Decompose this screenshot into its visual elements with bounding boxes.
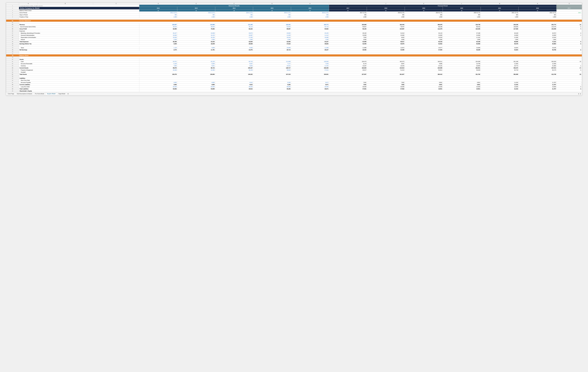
rownum-66: 66 bbox=[6, 30, 19, 32]
days-2019: 365 bbox=[405, 14, 443, 16]
ppe-2022: 65,175 bbox=[519, 69, 556, 71]
tl-2017: 37,061 bbox=[329, 88, 367, 90]
tab-acquirer-model[interactable]: Acquirer Model bbox=[46, 93, 57, 95]
row-61: 61 Income Statement bbox=[6, 20, 582, 22]
bsc-2014: ok bbox=[215, 10, 253, 11]
ebt-2021: 59,478 bbox=[481, 43, 519, 45]
map-2022: 42,972 bbox=[519, 32, 556, 34]
bsc-2022: ok bbox=[519, 10, 556, 11]
col-f-header: F bbox=[215, 3, 253, 5]
te-2019: 60,318 bbox=[405, 41, 443, 43]
taxes-2018: 12,872 bbox=[367, 47, 405, 49]
historical-header: Historical Results bbox=[139, 5, 329, 7]
inv-2014: 9,825 bbox=[215, 65, 253, 67]
tab-pro-forma[interactable]: Pro Forma Model bbox=[34, 93, 45, 95]
row-94: 94 Total Liabilities 53,902 54,800 34,91… bbox=[6, 88, 582, 90]
row-71: 71 Total Expenses 59,390 53,433 52,664 5… bbox=[6, 41, 582, 43]
year-2013: 2013 bbox=[177, 7, 215, 10]
tab-deal-assumptions[interactable]: Deal Assumptions & Analysis bbox=[16, 93, 33, 95]
ne-2020: 40,290 bbox=[443, 49, 481, 51]
bsc-partial bbox=[556, 10, 582, 11]
taxes-2022: 18,195 bbox=[519, 47, 556, 49]
spreadsheet: A B C D E F G H I J K L M N O bbox=[6, 2, 582, 96]
tab-scroll-arrows: ◀ ▶ bbox=[578, 93, 581, 95]
row-63: 63 Revenue 102,007 118,086 131,345 142,3… bbox=[6, 23, 582, 26]
ppe-label: Property & Equipment bbox=[19, 69, 139, 71]
ne-2013: 11,791 bbox=[177, 49, 215, 51]
ppe-2012: 45,500 bbox=[139, 69, 177, 71]
rownum-74: 74 bbox=[6, 47, 19, 49]
map-2014: 23,872 bbox=[215, 32, 253, 34]
ebt-2019: 52,062 bbox=[405, 43, 443, 45]
cogs-label: Cost of Goods Sold (COGS) bbox=[19, 26, 139, 28]
rownum-65: 65 bbox=[6, 28, 19, 30]
ebt-2022: 64,983 bbox=[519, 43, 556, 45]
tl-2015: 35,265 bbox=[253, 88, 291, 90]
cl-partial: - bbox=[556, 84, 582, 86]
taxes-2016: 11,598 bbox=[291, 47, 329, 49]
te-2014: 52,664 bbox=[215, 41, 253, 43]
tab-cover-page[interactable]: Cover Page bbox=[7, 93, 15, 95]
ar-label: Accounts Receivable bbox=[19, 63, 139, 65]
ca-2016: 158,430 bbox=[291, 67, 329, 69]
tab-target-model[interactable]: Target Model bbox=[57, 93, 67, 95]
ap-2015: 5,265 bbox=[253, 81, 291, 84]
cash-partial: 15- bbox=[556, 61, 582, 63]
tl-2012: 53,902 bbox=[139, 88, 177, 90]
days-2016: 366 bbox=[291, 14, 329, 16]
days-2020: 366 bbox=[443, 14, 481, 16]
rownum-64: 64 bbox=[6, 26, 19, 28]
map-2018: 31,014 bbox=[367, 32, 405, 34]
tab-bar: Cover Page Deal Assumptions & Analysis P… bbox=[6, 92, 582, 95]
ar-2012: 5,100 bbox=[139, 63, 177, 65]
col-b-header: B bbox=[38, 3, 93, 5]
da-2020: 11,162 bbox=[443, 36, 481, 38]
gp-partial: 7- bbox=[556, 28, 582, 30]
ca-2018: 210,913 bbox=[367, 67, 405, 69]
rownum-90: 90 bbox=[6, 79, 19, 81]
te-2013: 53,433 bbox=[177, 41, 215, 43]
ar-2020: 10,758 bbox=[443, 63, 481, 65]
ebt-2012: 3,594 bbox=[139, 43, 177, 45]
ne-2014: 21,075 bbox=[215, 49, 253, 51]
sheet-content[interactable]: A B C D E F G H I J K L M N O bbox=[6, 2, 582, 92]
ca-2021: 302,670 bbox=[481, 67, 519, 69]
rownum-92: 92 bbox=[6, 84, 19, 86]
balance-check-label: Balance Sheet Check bbox=[19, 10, 139, 11]
map-2017: 28,194 bbox=[329, 32, 367, 34]
ga-2012: 10,963 bbox=[139, 34, 177, 36]
ap-2018: 7,952 bbox=[367, 81, 405, 84]
col-j-header: J bbox=[367, 3, 405, 5]
row-85: 85 Property & Equipment 45,500 42,350 40… bbox=[6, 69, 582, 71]
ga-2021: 15,000 bbox=[481, 34, 519, 36]
rev-2020: 218,739 bbox=[443, 23, 481, 26]
cash-2013: 81,210 bbox=[177, 61, 215, 63]
add-sheet-button[interactable]: ⊕ bbox=[67, 93, 69, 95]
ne-2021: 42,824 bbox=[481, 49, 519, 51]
eop-label: End of Period bbox=[19, 11, 139, 14]
ta-2019: 280,410 bbox=[405, 73, 443, 75]
ebt-2018: 45,970 bbox=[367, 43, 405, 45]
ap-2012: 3,902 bbox=[139, 81, 177, 84]
rev-2019: 200,678 bbox=[405, 23, 443, 26]
map-2021: 40,160 bbox=[481, 32, 519, 34]
ltd-2017: 30,000 bbox=[329, 86, 367, 88]
scroll-right-arrow[interactable]: ▶ bbox=[580, 93, 581, 95]
ar-2018: 8,997 bbox=[367, 63, 405, 65]
cash-2016: 139,550 bbox=[291, 61, 329, 63]
bsc-2013: ok bbox=[177, 10, 215, 11]
te-2012: 59,390 bbox=[139, 41, 177, 43]
row-88: 88 bbox=[6, 75, 582, 77]
te-2016: 54,237 bbox=[291, 41, 329, 43]
cl-label: Current Liabilities bbox=[19, 84, 139, 86]
cash-2021: 261,248 bbox=[481, 61, 519, 63]
ebt-partial: 3- bbox=[556, 43, 582, 45]
ga-2018: 15,000 bbox=[367, 34, 405, 36]
ap-2016: 5,671 bbox=[291, 81, 329, 84]
days-2017: 365 bbox=[329, 14, 367, 16]
scroll-left-arrow[interactable]: ◀ bbox=[578, 93, 579, 95]
cogs-2015: 52,654 bbox=[253, 26, 291, 28]
row-92: 92 Current Liabilities 3,902 4,800 4,912… bbox=[6, 84, 582, 86]
gp-label: Gross Profit bbox=[19, 28, 139, 30]
ga-2022: 15,000 bbox=[519, 34, 556, 36]
